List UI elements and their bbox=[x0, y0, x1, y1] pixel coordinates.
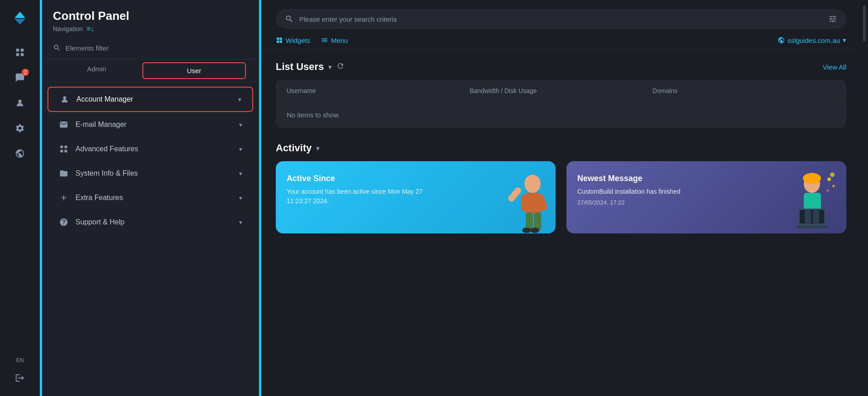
menu-nav-item[interactable]: Menu bbox=[321, 37, 348, 44]
rail-bottom: EN bbox=[9, 357, 31, 389]
main-content: Widgets Menu sslguides.com.au ▾ List Use… bbox=[261, 0, 861, 396]
svg-rect-25 bbox=[804, 193, 821, 211]
svg-point-34 bbox=[826, 189, 829, 192]
svg-rect-16 bbox=[526, 212, 533, 230]
nav-item-email-manager[interactable]: E-mail Manager ▾ bbox=[47, 113, 253, 136]
svg-marker-1 bbox=[14, 19, 25, 24]
nav-item-system-info[interactable]: System Info & Files ▾ bbox=[47, 162, 253, 185]
extra-features-label: Extra Features bbox=[75, 194, 233, 202]
nav-icon: ≡↓ bbox=[86, 25, 94, 33]
newest-message-text: CustomBuild installation has finished bbox=[577, 187, 732, 196]
search-bar bbox=[276, 9, 846, 29]
table-body: No items to show bbox=[276, 102, 846, 128]
tab-user[interactable]: User bbox=[142, 62, 246, 79]
tab-admin[interactable]: Admin bbox=[53, 60, 141, 82]
svg-point-32 bbox=[832, 185, 835, 187]
advanced-features-chevron: ▾ bbox=[239, 146, 242, 153]
svg-point-19 bbox=[530, 228, 539, 233]
widgets-nav-item[interactable]: Widgets bbox=[276, 37, 310, 44]
chat-badge: 2 bbox=[22, 69, 29, 76]
svg-rect-30 bbox=[813, 210, 819, 224]
newest-message-card: Newest Message CustomBuild installation … bbox=[566, 161, 846, 233]
activity-section-header: Activity ▾ bbox=[276, 142, 846, 154]
svg-rect-27 bbox=[800, 210, 824, 224]
svg-point-22 bbox=[803, 173, 821, 184]
rail-globe-icon[interactable] bbox=[9, 143, 31, 164]
globe-nav-icon bbox=[778, 37, 785, 44]
account-manager-chevron: ▾ bbox=[238, 96, 241, 103]
account-manager-label: Account Manager bbox=[76, 95, 232, 103]
filter-search-icon bbox=[53, 44, 61, 52]
app-logo[interactable] bbox=[9, 7, 31, 29]
domain-selector[interactable]: sslguides.com.au ▾ bbox=[778, 36, 846, 44]
svg-point-6 bbox=[18, 100, 21, 103]
language-selector[interactable]: EN bbox=[16, 357, 24, 363]
content-area: List Users ▾ View All Username Bandwidth… bbox=[261, 50, 861, 396]
newest-message-illustration bbox=[785, 170, 839, 233]
view-all-button[interactable]: View All bbox=[823, 63, 846, 71]
extra-features-chevron: ▾ bbox=[239, 195, 242, 201]
account-manager-icon bbox=[59, 94, 70, 105]
svg-rect-11 bbox=[65, 150, 67, 153]
svg-rect-5 bbox=[21, 53, 24, 56]
extra-features-icon bbox=[58, 192, 69, 203]
menu-icon bbox=[321, 37, 328, 44]
svg-point-12 bbox=[524, 175, 541, 193]
system-info-chevron: ▾ bbox=[239, 170, 242, 177]
menu-label: Menu bbox=[331, 37, 348, 44]
svg-rect-14 bbox=[521, 195, 528, 211]
svg-rect-10 bbox=[61, 150, 63, 153]
rail-user-icon[interactable] bbox=[9, 92, 31, 114]
top-nav: Widgets Menu sslguides.com.au ▾ bbox=[261, 34, 861, 50]
email-manager-chevron: ▾ bbox=[239, 121, 242, 128]
svg-rect-3 bbox=[21, 49, 24, 51]
col-username: Username bbox=[287, 87, 470, 94]
list-users-section-header: List Users ▾ View All bbox=[276, 61, 846, 73]
svg-point-7 bbox=[63, 96, 66, 99]
support-help-label: Support & Help bbox=[75, 218, 233, 226]
rail-logout-icon[interactable] bbox=[9, 367, 31, 389]
svg-rect-4 bbox=[16, 53, 19, 56]
email-manager-label: E-mail Manager bbox=[75, 121, 233, 129]
widgets-label: Widgets bbox=[286, 37, 310, 44]
list-users-title: List Users bbox=[276, 61, 324, 73]
support-help-icon bbox=[58, 217, 69, 228]
nav-item-extra-features[interactable]: Extra Features ▾ bbox=[47, 186, 253, 210]
rail-grid-icon[interactable] bbox=[9, 42, 31, 63]
advanced-features-label: Advanced Features bbox=[75, 145, 233, 153]
svg-point-33 bbox=[830, 172, 835, 177]
activity-chevron[interactable]: ▾ bbox=[316, 144, 320, 153]
nav-item-advanced-features[interactable]: Advanced Features ▾ bbox=[47, 137, 253, 161]
list-users-chevron[interactable]: ▾ bbox=[328, 63, 332, 71]
users-table: Username Bandwidth / Disk Usage Domains … bbox=[276, 80, 846, 128]
domain-chevron: ▾ bbox=[843, 36, 846, 44]
search-bar-row bbox=[261, 0, 861, 34]
elements-filter-input[interactable] bbox=[66, 44, 248, 52]
col-domains: Domains bbox=[652, 87, 835, 94]
search-input[interactable] bbox=[299, 15, 823, 23]
svg-rect-8 bbox=[61, 146, 63, 149]
active-since-illustration bbox=[494, 170, 548, 233]
sidebar-subtitle-text: Navigation bbox=[53, 25, 83, 33]
table-header: Username Bandwidth / Disk Usage Domains bbox=[276, 80, 846, 102]
rail-settings-icon[interactable] bbox=[9, 117, 31, 139]
search-icon bbox=[285, 14, 294, 23]
svg-rect-20 bbox=[507, 186, 522, 203]
sidebar-subtitle: Navigation ≡↓ bbox=[53, 25, 248, 33]
activity-cards: Active Since Your account has been activ… bbox=[276, 161, 846, 233]
no-items-message: No items to show bbox=[287, 111, 835, 119]
list-users-refresh[interactable] bbox=[336, 62, 344, 72]
nav-item-support-help[interactable]: Support & Help ▾ bbox=[47, 210, 253, 234]
nav-list: Account Manager ▾ E-mail Manager ▾ Advan… bbox=[42, 82, 259, 396]
scrollbar[interactable] bbox=[861, 0, 868, 396]
sidebar-header: Control Panel Navigation ≡↓ bbox=[42, 0, 259, 40]
nav-item-account-manager[interactable]: Account Manager ▾ bbox=[47, 87, 253, 112]
search-tune-icon bbox=[828, 14, 837, 23]
svg-rect-29 bbox=[805, 210, 811, 224]
scroll-thumb[interactable] bbox=[863, 5, 866, 42]
activity-title: Activity bbox=[276, 142, 311, 154]
domain-label: sslguides.com.au bbox=[788, 37, 840, 44]
advanced-features-icon bbox=[58, 144, 69, 154]
sidebar-title: Control Panel bbox=[53, 9, 248, 23]
rail-chat-icon[interactable]: 2 bbox=[9, 67, 31, 89]
